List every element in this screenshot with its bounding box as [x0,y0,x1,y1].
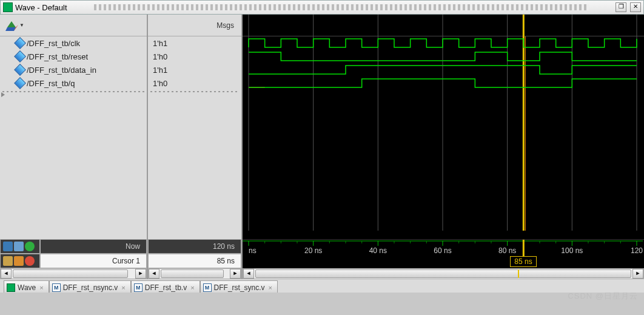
verilog-file-icon: M [134,283,143,292]
object-mode-icon[interactable] [5,19,18,32]
now-value: 120 ns [213,242,235,251]
svg-text:100 ns: 100 ns [561,246,583,255]
cursor-row: Cursor 1 [0,254,147,268]
tool-icon[interactable] [3,242,13,251]
time-ruler[interactable]: ns20 ns40 ns60 ns80 ns100 ns120 [243,239,644,256]
signal-values-list[interactable]: 1'h1 1'h0 1'h1 1'h0 [148,36,241,239]
add-icon[interactable] [25,242,35,251]
cursor-value[interactable]: 85 ns [217,257,235,265]
signal-value[interactable]: 1'h0 [148,76,241,90]
signal-icon [14,64,26,76]
svg-marker-0 [7,21,16,27]
tab-close-icon[interactable]: × [269,284,272,291]
end-of-list-marker [150,91,239,92]
signal-names-list[interactable]: /DFF_rst_tb/clk /DFF_rst_tb/reset /DFF_r… [0,36,147,239]
now-row: Now [0,239,147,254]
scroll-thumb[interactable] [13,269,128,278]
scroll-right-button[interactable]: ► [135,269,146,279]
tab-close-icon[interactable]: × [190,284,194,291]
names-header: ▼ [0,15,147,36]
scroll-left-button[interactable]: ◄ [243,269,254,279]
cursor-label[interactable]: Cursor 1 [112,257,140,265]
window-titlebar: Wave - Default ❐ ✕ [0,0,644,15]
waveform-hscroll[interactable]: ◄ ► [243,268,644,279]
signal-values-panel: Msgs 1'h1 1'h0 1'h1 1'h0 120 ns 85 ns ◄ … [148,15,243,279]
values-header: Msgs [148,15,241,36]
cursor-indicator [518,269,519,278]
signal-value[interactable]: 1'h1 [148,63,241,76]
scroll-track[interactable] [159,269,230,279]
values-hscroll[interactable]: ◄ ► [148,268,241,279]
tab-label: DFF_rst_nsync.v [63,283,118,292]
signal-row: /DFF_rst_tb/clk [0,36,147,50]
tab-close-icon[interactable]: × [121,284,125,291]
scroll-track[interactable] [12,269,135,279]
wave-file-icon [7,283,15,292]
scroll-right-button[interactable]: ► [230,269,241,279]
window-close-button[interactable]: ✕ [630,2,641,12]
signal-value[interactable]: 1'h0 [148,50,241,63]
cursor-track[interactable]: 85 ns [243,256,644,268]
signal-name[interactable]: /DFF_rst_tb/data_in [27,66,96,75]
waveform-panel: ns20 ns40 ns60 ns80 ns100 ns120 85 ns ◄ … [243,15,644,279]
svg-text:80 ns: 80 ns [498,246,516,255]
scroll-track[interactable] [254,269,632,279]
signal-value[interactable]: 1'h1 [148,36,241,50]
window-title: Wave - Default [15,3,67,12]
svg-text:ns: ns [249,246,257,255]
tab-file[interactable]: MDFF_rst_tb.v× [131,280,200,293]
tab-file[interactable]: MDFF_rst_sync.v× [200,280,278,293]
signal-row: /DFF_rst_tb/data_in [0,63,147,76]
signal-names-panel: ▼ /DFF_rst_tb/clk /DFF_rst_tb/reset /DFF… [0,15,148,279]
signal-icon [14,50,26,63]
tool-icon[interactable] [3,256,13,266]
scroll-thumb[interactable] [255,269,631,278]
remove-icon[interactable] [25,256,35,266]
scroll-thumb[interactable] [161,269,224,278]
tab-wave[interactable]: Wave× [4,280,49,293]
signal-row: /DFF_rst_tb/q [0,76,147,90]
waveform-header [243,15,644,36]
app-icon [3,2,13,12]
scroll-left-button[interactable]: ◄ [149,269,159,279]
now-label: Now [126,242,140,251]
signal-name[interactable]: /DFF_rst_tb/reset [27,52,88,61]
verilog-file-icon: M [52,283,61,292]
tab-file[interactable]: MDFF_rst_nsync.v× [49,280,131,293]
waveform-canvas[interactable] [243,36,644,239]
signal-name[interactable]: /DFF_rst_tb/clk [27,39,80,48]
signal-icon [14,77,26,89]
end-of-list-marker [2,91,144,92]
svg-text:20 ns: 20 ns [304,246,322,255]
signal-icon [14,37,26,49]
svg-text:60 ns: 60 ns [434,246,451,255]
signal-name[interactable]: /DFF_rst_tb/q [27,79,75,88]
signal-row: /DFF_rst_tb/reset [0,50,147,63]
window-restore-button[interactable]: ❐ [615,2,626,12]
svg-text:120: 120 [631,246,643,255]
scroll-left-button[interactable]: ◄ [1,269,12,279]
tab-close-icon[interactable]: × [39,284,43,291]
tab-label: Wave [18,283,36,292]
tool-icon[interactable] [14,242,24,251]
tab-label: DFF_rst_sync.v [214,283,265,292]
file-tabs: Wave× MDFF_rst_nsync.v× MDFF_rst_tb.v× M… [0,279,644,293]
tab-label: DFF_rst_tb.v [145,283,187,292]
verilog-file-icon: M [203,283,212,292]
tool-icon[interactable] [14,256,24,266]
dropdown-icon[interactable]: ▼ [19,22,24,28]
names-hscroll[interactable]: ◄ ► [0,268,147,279]
titlebar-grip [94,4,589,10]
scroll-right-button[interactable]: ► [632,269,643,279]
msgs-label: Msgs [216,21,234,30]
main-area: ▼ /DFF_rst_tb/clk /DFF_rst_tb/reset /DFF… [0,15,644,279]
insert-marker-icon [1,92,5,97]
svg-text:40 ns: 40 ns [369,246,387,255]
cursor-marker[interactable]: 85 ns [510,256,536,267]
